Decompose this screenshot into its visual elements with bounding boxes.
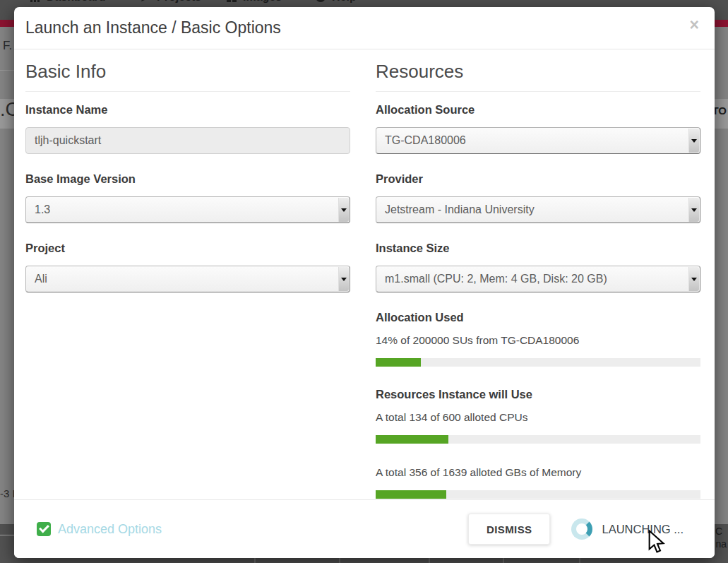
dashboard-icon: [30, 0, 41, 3]
allocation-source-label: Allocation Source: [376, 103, 700, 117]
help-icon: ?: [315, 0, 326, 3]
instance-size-label: Instance Size: [376, 242, 700, 255]
resources-column: Resources Allocation Source TG-CDA180006…: [376, 61, 700, 499]
instance-name-label: Instance Name: [25, 103, 350, 117]
selected-value: 1.3: [35, 203, 50, 216]
memory-usage-progress: [376, 490, 700, 499]
nav-item-label: Help: [332, 0, 357, 4]
backdrop-text-fragment: na: [715, 538, 727, 550]
backdrop-divider: [0, 535, 14, 535]
base-image-version-label: Base Image Version: [25, 172, 350, 186]
basic-info-heading: Basic Info: [25, 61, 350, 92]
progress-fill: [376, 358, 421, 367]
project-label: Project: [25, 242, 350, 255]
chevron-down-icon: [688, 198, 699, 222]
basic-info-column: Basic Info Instance Name Base Image Vers…: [25, 61, 350, 499]
modal-header: Launch an Instance / Basic Options ×: [14, 7, 715, 49]
nav-item-images: Images: [226, 0, 282, 4]
launch-instance-modal: Launch an Instance / Basic Options × Bas…: [14, 7, 715, 558]
cpu-usage-progress: [376, 435, 700, 444]
projects-icon: [140, 0, 151, 3]
mouse-cursor: [648, 530, 665, 557]
nav-item-dashboard: Dashboard: [30, 0, 106, 4]
chevron-down-icon: [338, 267, 349, 291]
launching-button[interactable]: LAUNCHING ...: [571, 518, 684, 540]
selected-value: m1.small (CPU: 2, Mem: 4 GB, Disk: 20 GB…: [385, 273, 607, 285]
dismiss-button[interactable]: DISMISS: [468, 514, 550, 545]
selected-value: TG-CDA180006: [385, 134, 466, 147]
selected-value: Ali: [35, 273, 47, 285]
modal-body: Basic Info Instance Name Base Image Vers…: [14, 49, 715, 499]
chevron-down-icon: [338, 198, 349, 222]
base-image-version-select[interactable]: 1.3: [25, 196, 350, 223]
allocation-source-select[interactable]: TG-CDA180006: [376, 127, 700, 154]
nav-item-label: Dashboard: [47, 0, 106, 4]
backdrop-text-fragment: F.: [3, 39, 12, 53]
memory-usage-block: A total 356 of 1639 alloted GBs of Memor…: [376, 466, 700, 499]
allocation-used-heading: Allocation Used: [376, 311, 700, 324]
provider-select[interactable]: Jetstream - Indiana University: [376, 196, 700, 223]
instance-resources-heading: Resources Instance will Use: [376, 388, 700, 401]
launching-label: LAUNCHING ...: [602, 523, 684, 536]
advanced-options-link[interactable]: Advanced Options: [37, 522, 162, 537]
cpu-usage-text: A total 134 of 600 alloted CPUs: [376, 411, 700, 424]
checkbox-checked-icon: [37, 522, 51, 536]
progress-fill: [376, 435, 448, 444]
backdrop-divider: [0, 70, 14, 71]
backdrop-text-fragment: -3 I: [0, 487, 16, 499]
nav-item-help: ? Help: [315, 0, 357, 4]
modal-title: Launch an Instance / Basic Options: [25, 18, 281, 37]
modal-footer: Advanced Options DISMISS LAUNCHING ...: [14, 499, 715, 558]
allocation-used-progress: [376, 358, 700, 367]
instance-size-select[interactable]: m1.small (CPU: 2, Mem: 4 GB, Disk: 20 GB…: [376, 266, 700, 292]
selected-value: Jetstream - Indiana University: [385, 203, 535, 216]
project-select[interactable]: Ali: [25, 266, 350, 292]
advanced-options-label: Advanced Options: [58, 522, 162, 537]
chevron-down-icon: [688, 129, 699, 153]
progress-fill: [376, 490, 446, 499]
svg-text:?: ?: [318, 0, 323, 1]
backdrop-text-fragment: C: [715, 526, 722, 537]
images-icon: [226, 0, 237, 3]
chevron-down-icon: [688, 267, 699, 291]
nav-item-label: Projects: [157, 0, 201, 4]
close-icon[interactable]: ×: [690, 17, 699, 33]
allocation-used-text: 14% of 200000 SUs from TG-CDA180006: [376, 334, 700, 347]
memory-usage-text: A total 356 of 1639 alloted GBs of Memor…: [376, 466, 700, 479]
provider-label: Provider: [376, 172, 700, 186]
cursor-arrow-icon: [648, 530, 665, 554]
instance-name-input[interactable]: [25, 127, 350, 154]
nav-item-label: Images: [243, 0, 282, 4]
nav-item-projects: Projects: [140, 0, 201, 4]
resources-heading: Resources: [376, 61, 700, 92]
loading-spinner-icon: [571, 518, 592, 540]
